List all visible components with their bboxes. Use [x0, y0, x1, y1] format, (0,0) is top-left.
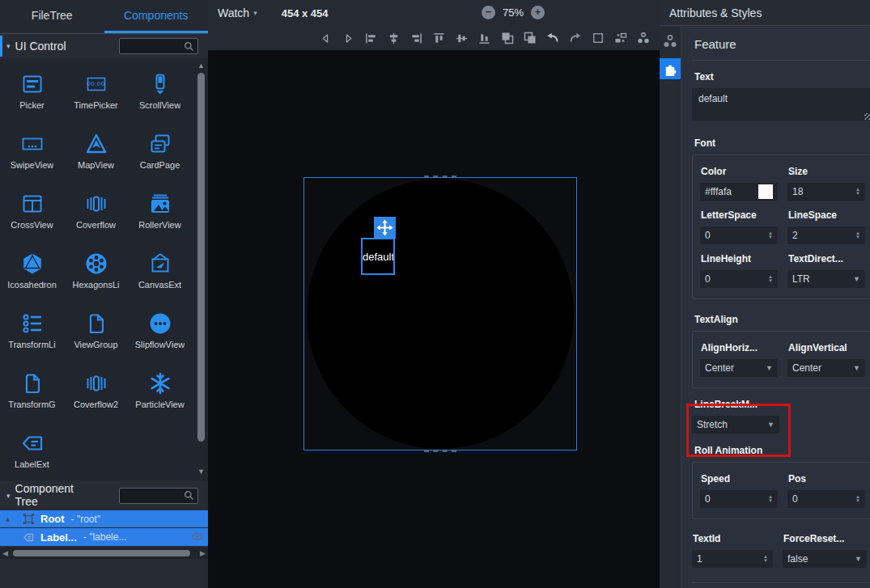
align-top-icon[interactable] [432, 32, 446, 45]
palette-scrollbar[interactable]: ▲ ▼ [196, 61, 206, 476]
component-crossview[interactable]: CrossView [0, 181, 64, 241]
nodes-icon[interactable] [636, 32, 650, 45]
component-transformli[interactable]: TransformLi [0, 301, 64, 361]
align-middle-vertical-icon[interactable] [455, 32, 469, 45]
visibility-eye-icon[interactable] [191, 531, 203, 542]
tree-horizontal-scrollbar[interactable]: ◀ ▶ [0, 548, 208, 559]
spinner-icon[interactable]: ▲▼ [768, 275, 773, 283]
puzzle-icon [663, 61, 677, 76]
tree-row-label[interactable]: Label... - "labele... [0, 528, 208, 546]
canvas-top-handle[interactable] [424, 176, 456, 177]
component-coverflow2[interactable]: Coverflow2 [64, 361, 128, 421]
align-left-icon[interactable] [364, 32, 378, 45]
linebreak-dropdown[interactable]: Stretch ▼ [692, 416, 779, 434]
component-slipflowview[interactable]: SlipflowView [128, 301, 192, 361]
component-label: TransformLi [8, 340, 55, 349]
select-rect-icon[interactable] [591, 32, 605, 45]
chevron-down-icon: ▼ [766, 364, 773, 372]
canvas-selection-rect[interactable]: default [303, 177, 577, 451]
text-value-input[interactable]: default [692, 88, 870, 121]
spinner-icon[interactable]: ▲▼ [855, 231, 860, 239]
chevron-down-icon[interactable]: ▾ [253, 9, 257, 17]
zoom-out-button[interactable]: − [482, 6, 495, 19]
size-input[interactable]: 18 ▲▼ [787, 183, 865, 201]
spinner-icon[interactable]: ▲▼ [855, 188, 860, 196]
align-bottom-icon[interactable] [477, 32, 491, 45]
component-scrollview[interactable]: ScrollView [128, 61, 192, 121]
color-input[interactable]: #fffafa [700, 183, 778, 201]
component-canvasext[interactable]: CanvasExt [128, 241, 192, 301]
component-label: CrossView [11, 220, 53, 230]
canvas-bottom-handle[interactable] [424, 451, 456, 452]
watch-dropdown[interactable]: Watch [218, 6, 249, 19]
spinner-icon[interactable]: ▲▼ [763, 555, 768, 563]
alignhoriz-dropdown[interactable]: Center ▼ [700, 359, 778, 377]
textid-input[interactable]: 1 ▲▼ [692, 550, 773, 568]
component-labelext[interactable]: LabelExt [0, 421, 64, 480]
ui-control-title: UI Control [15, 40, 66, 53]
left-panel: FileTree Components ▾ UI Control [0, 0, 208, 588]
tab-filetree[interactable]: FileTree [0, 0, 104, 33]
component-mapview[interactable]: MapView [64, 121, 128, 181]
spinner-icon[interactable]: ▲▼ [768, 495, 773, 503]
forcereset-dropdown[interactable]: false ▼ [783, 550, 867, 568]
hexagonsli-icon [85, 252, 108, 275]
scroll-thumb[interactable] [197, 73, 205, 442]
color-swatch[interactable] [758, 184, 773, 199]
selected-label-element[interactable]: default [361, 238, 395, 275]
forcereset-label: ForceReset... [783, 533, 867, 544]
component-coverflow[interactable]: Coverflow [64, 181, 128, 241]
letterspace-value: 0 [705, 230, 711, 241]
redo-icon[interactable] [568, 32, 582, 45]
component-picker[interactable]: Picker [0, 61, 64, 121]
component-icosahedron[interactable]: Icosahedron [0, 241, 64, 301]
ui-control-search-input[interactable] [119, 38, 198, 54]
bring-forward-icon[interactable] [500, 32, 514, 45]
pos-input[interactable]: 0 ▲▼ [787, 490, 865, 508]
speed-input[interactable]: 0 ▲▼ [700, 490, 778, 508]
scroll-thumb[interactable] [13, 550, 190, 556]
textdirect-dropdown[interactable]: LTR ▼ [787, 270, 865, 288]
zoom-in-button[interactable]: + [531, 6, 545, 19]
prev-button[interactable] [319, 32, 333, 45]
textid-label: TextId [693, 533, 773, 544]
collapse-triangle-icon[interactable]: ▾ [6, 492, 11, 500]
component-transformg[interactable]: TransformG [0, 361, 64, 421]
component-tree-search-input[interactable] [119, 488, 198, 504]
scroll-left-icon[interactable]: ◀ [2, 548, 8, 559]
collapse-triangle-icon[interactable]: ▾ [6, 42, 11, 50]
transform-icon[interactable] [613, 32, 627, 45]
alignvertical-dropdown[interactable]: Center ▼ [787, 359, 865, 377]
align-right-icon[interactable] [410, 32, 423, 45]
expand-triangle-icon[interactable]: ▲ [4, 515, 14, 523]
coverflow-icon [85, 192, 108, 215]
spinner-icon[interactable]: ▲▼ [855, 495, 860, 503]
tab-components[interactable]: Components [104, 0, 209, 33]
send-backward-icon[interactable] [523, 32, 537, 45]
nodes-icon[interactable] [663, 34, 677, 49]
scroll-up-icon[interactable]: ▲ [196, 61, 206, 70]
feature-tab-button[interactable] [660, 58, 681, 79]
mapview-icon [85, 133, 108, 155]
align-center-horizontal-icon[interactable] [387, 32, 401, 45]
move-handle[interactable] [374, 217, 396, 239]
component-viewgroup[interactable]: ViewGroup [64, 301, 128, 361]
scroll-right-icon[interactable]: ▶ [200, 548, 206, 559]
spinner-icon[interactable]: ▲▼ [768, 231, 773, 239]
resize-handle-icon[interactable] [864, 113, 870, 120]
component-timepicker[interactable]: 00:00 TimePicker [64, 61, 128, 121]
next-button[interactable] [342, 32, 355, 45]
component-rollerview[interactable]: RollerView [128, 181, 192, 241]
component-swipeview[interactable]: SwipeView [0, 121, 64, 181]
textalign-section-label: TextAlign [694, 314, 870, 325]
letterspace-input[interactable]: 0 ▲▼ [700, 226, 778, 244]
component-cardpage[interactable]: CardPage [128, 121, 192, 181]
tree-row-root[interactable]: ▲ Root - "root" [0, 510, 208, 527]
component-particleview[interactable]: ParticleView [128, 361, 192, 421]
canvas-workspace[interactable]: default [208, 50, 660, 588]
lineheight-input[interactable]: 0 ▲▼ [700, 270, 778, 288]
linespace-input[interactable]: 2 ▲▼ [787, 226, 865, 244]
component-hexagonsli[interactable]: HexagonsLi [64, 241, 128, 301]
undo-icon[interactable] [545, 32, 559, 45]
scroll-down-icon[interactable]: ▼ [196, 467, 206, 476]
